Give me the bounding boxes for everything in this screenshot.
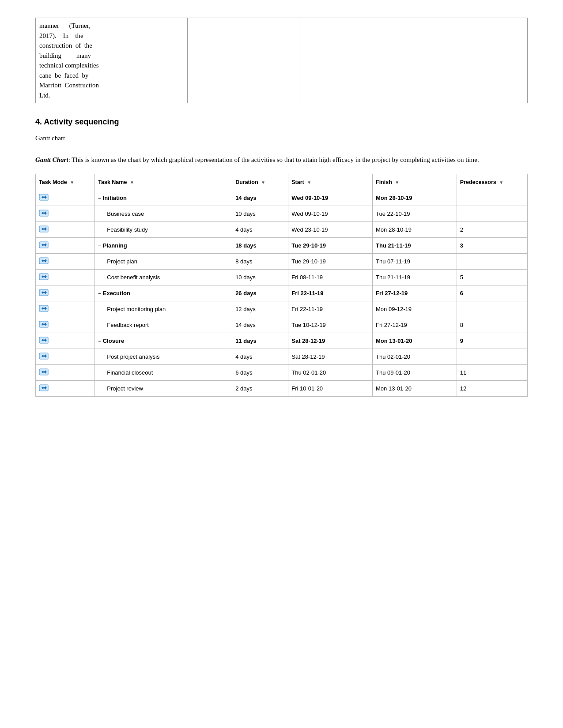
predecessors-cell: 3 — [457, 238, 527, 254]
task-mode-cell — [36, 317, 95, 333]
start-cell: Wed 23-10-19 — [288, 222, 373, 238]
header-task-mode[interactable]: Task Mode ▼ — [36, 174, 95, 190]
top-cell-1: manner (Turner,2017). In theconstruction… — [36, 18, 188, 103]
sort-arrow-finish: ▼ — [395, 180, 399, 185]
top-cell-3 — [301, 18, 414, 103]
finish-cell: Tue 22-10-19 — [373, 206, 457, 222]
task-mode-cell — [36, 333, 95, 349]
predecessors-cell — [457, 301, 527, 317]
task-mode-icon — [39, 224, 49, 234]
task-mode-cell — [36, 206, 95, 222]
header-predecessors[interactable]: Predecessors ▼ — [457, 174, 527, 190]
predecessors-cell — [457, 190, 527, 206]
duration-cell: 11 days — [232, 333, 288, 349]
finish-cell: Thu 21-11-19 — [373, 238, 457, 254]
task-mode-cell — [36, 222, 95, 238]
finish-cell: Mon 13-01-20 — [373, 381, 457, 397]
gantt-chart-link[interactable]: Gantt chart — [35, 135, 65, 142]
task-name-text: Planning — [103, 242, 127, 249]
duration-cell: 6 days — [232, 365, 288, 381]
task-mode-icon — [39, 240, 49, 250]
table-row: Feasibility study4 daysWed 23-10-19Mon 2… — [36, 222, 528, 238]
duration-cell: 10 days — [232, 206, 288, 222]
task-mode-icon — [39, 208, 49, 218]
group-collapse-icon[interactable]: − — [98, 195, 101, 201]
task-name-cell: − Planning — [95, 238, 232, 254]
start-cell: Fri 22-11-19 — [288, 285, 373, 301]
task-mode-cell — [36, 365, 95, 381]
sort-arrow-task-mode: ▼ — [70, 180, 74, 185]
start-cell: Tue 29-10-19 — [288, 254, 373, 270]
finish-cell: Fri 27-12-19 — [373, 317, 457, 333]
task-mode-icon — [39, 192, 49, 202]
table-row: Post project analysis4 daysSat 28-12-19T… — [36, 349, 528, 365]
table-row: − Planning 18 daysTue 29-10-19Thu 21-11-… — [36, 238, 528, 254]
predecessors-cell: 12 — [457, 381, 527, 397]
finish-cell: Mon 09-12-19 — [373, 301, 457, 317]
start-cell: Tue 29-10-19 — [288, 238, 373, 254]
table-row: − Initiation 14 daysWed 09-10-19Mon 28-1… — [36, 190, 528, 206]
sort-arrow-duration: ▼ — [261, 180, 265, 185]
predecessors-cell: 11 — [457, 365, 527, 381]
start-cell: Wed 09-10-19 — [288, 190, 373, 206]
header-finish[interactable]: Finish ▼ — [373, 174, 457, 190]
task-name-text: Project monitoring plan — [98, 306, 166, 312]
task-name-text: Closure — [103, 338, 124, 344]
description-paragraph: Gantt Chart: This is known as the chart … — [35, 154, 528, 165]
task-mode-icon — [39, 272, 49, 281]
duration-cell: 4 days — [232, 222, 288, 238]
start-cell: Thu 02-01-20 — [288, 365, 373, 381]
table-row: Business case10 daysWed 09-10-19Tue 22-1… — [36, 206, 528, 222]
start-cell: Wed 09-10-19 — [288, 206, 373, 222]
task-mode-icon — [39, 335, 49, 345]
group-collapse-icon[interactable]: − — [98, 291, 101, 296]
table-row: Project review2 daysFri 10-01-20Mon 13-0… — [36, 381, 528, 397]
finish-cell: Thu 09-01-20 — [373, 365, 457, 381]
table-row: − Execution 26 daysFri 22-11-19Fri 27-12… — [36, 285, 528, 301]
task-name-cell: Project review — [95, 381, 232, 397]
task-mode-icon — [39, 351, 49, 361]
task-name-text: Feasibility study — [98, 226, 147, 233]
task-name-text: Feedback report — [98, 322, 149, 328]
top-cell-2 — [188, 18, 301, 103]
group-collapse-icon[interactable]: − — [98, 243, 101, 248]
duration-cell: 2 days — [232, 381, 288, 397]
task-name-text: Financial closeout — [98, 369, 153, 376]
task-name-text: Business case — [98, 210, 144, 217]
table-row: Financial closeout6 daysThu 02-01-20Thu … — [36, 365, 528, 381]
task-name-cell: − Initiation — [95, 190, 232, 206]
predecessors-cell — [457, 206, 527, 222]
task-name-cell: Project monitoring plan — [95, 301, 232, 317]
duration-cell: 26 days — [232, 285, 288, 301]
finish-cell: Thu 07-11-19 — [373, 254, 457, 270]
task-mode-cell — [36, 349, 95, 365]
duration-cell: 10 days — [232, 270, 288, 285]
header-task-name[interactable]: Task Name ▼ — [95, 174, 232, 190]
task-mode-cell — [36, 285, 95, 301]
predecessors-cell — [457, 349, 527, 365]
duration-cell: 12 days — [232, 301, 288, 317]
predecessors-cell: 9 — [457, 333, 527, 349]
top-cell-4 — [414, 18, 528, 103]
finish-cell: Thu 02-01-20 — [373, 349, 457, 365]
header-start[interactable]: Start ▼ — [288, 174, 373, 190]
task-mode-cell — [36, 270, 95, 285]
task-mode-icon — [39, 304, 49, 313]
section-title: Activity sequencing — [44, 117, 119, 126]
finish-cell: Fri 27-12-19 — [373, 285, 457, 301]
duration-cell: 18 days — [232, 238, 288, 254]
group-collapse-icon[interactable]: − — [98, 338, 101, 344]
task-mode-icon — [39, 288, 49, 297]
task-mode-cell — [36, 190, 95, 206]
duration-cell: 8 days — [232, 254, 288, 270]
task-name-cell: Post project analysis — [95, 349, 232, 365]
header-duration[interactable]: Duration ▼ — [232, 174, 288, 190]
gantt-table: Task Mode ▼ Task Name ▼ Duration ▼ Start… — [35, 174, 528, 397]
section-number: 4. — [35, 117, 42, 126]
task-name-cell: Project plan — [95, 254, 232, 270]
task-name-text: Initiation — [103, 195, 127, 201]
task-name-cell: − Closure — [95, 333, 232, 349]
top-table: manner (Turner,2017). In theconstruction… — [35, 18, 528, 103]
description-text: This is known as the chart by which grap… — [70, 156, 479, 163]
start-cell: Fri 22-11-19 — [288, 301, 373, 317]
